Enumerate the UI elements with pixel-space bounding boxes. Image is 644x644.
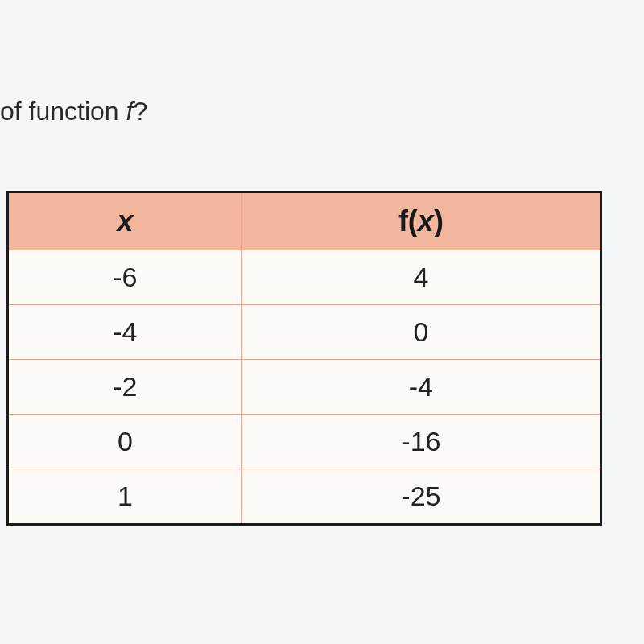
table-row: 0 -16 xyxy=(8,415,601,469)
cell-fx: -4 xyxy=(242,360,601,415)
cell-x: 1 xyxy=(8,469,242,525)
header-fx: f(x) xyxy=(242,192,601,250)
table-row: -4 0 xyxy=(8,305,601,360)
header-fx-prefix: f( xyxy=(398,204,418,237)
table-row: 1 -25 xyxy=(8,469,601,525)
cell-fx: 4 xyxy=(242,250,601,305)
table-row: -6 4 xyxy=(8,250,601,305)
header-fx-var: x xyxy=(418,204,434,237)
question-fragment: of function xyxy=(0,97,126,126)
cell-x: -2 xyxy=(8,360,242,415)
cell-fx: -16 xyxy=(242,415,601,469)
cell-x: 0 xyxy=(8,415,242,469)
cell-fx: -25 xyxy=(242,469,601,525)
header-fx-suffix: ) xyxy=(434,204,444,237)
header-x-label: x xyxy=(117,204,133,237)
question-text: of function f? xyxy=(0,0,644,126)
function-table: x f(x) -6 4 -4 0 -2 -4 xyxy=(6,191,602,526)
question-trailing: ? xyxy=(133,97,147,126)
table-row: -2 -4 xyxy=(8,360,601,415)
cell-x: -4 xyxy=(8,305,242,360)
header-x: x xyxy=(8,192,242,250)
cell-x: -6 xyxy=(8,250,242,305)
cell-fx: 0 xyxy=(242,305,601,360)
function-table-wrap: x f(x) -6 4 -4 0 -2 -4 xyxy=(0,191,644,526)
table-header-row: x f(x) xyxy=(8,192,601,250)
